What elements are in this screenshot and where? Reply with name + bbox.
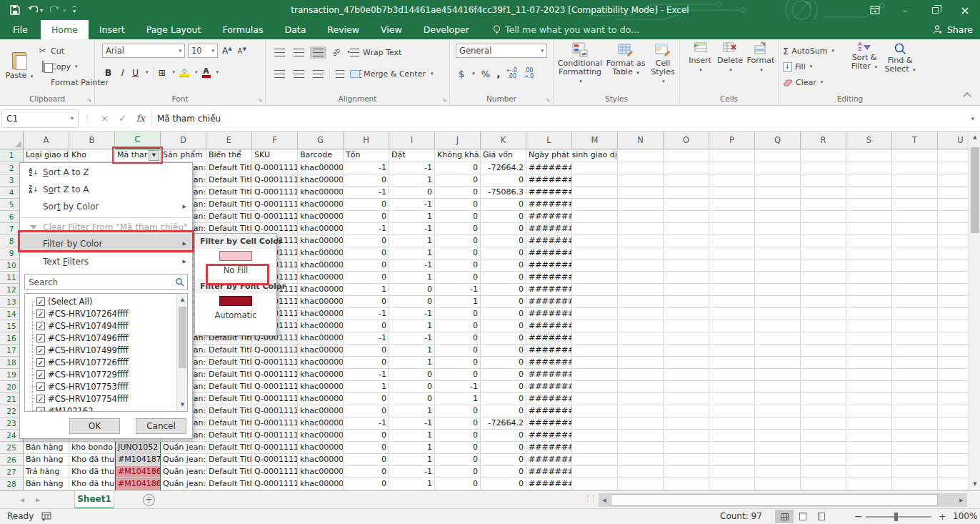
cell-I14[interactable]: -1	[389, 308, 435, 320]
cell-O28[interactable]	[664, 478, 709, 490]
cell-E21[interactable]: Default Titl	[206, 393, 252, 405]
cell-U22[interactable]	[938, 405, 969, 417]
cell-O3[interactable]	[664, 174, 709, 187]
cell-T10[interactable]	[892, 259, 938, 272]
vertical-scroll-thumb[interactable]	[971, 147, 979, 233]
list-scroll-thumb[interactable]	[179, 307, 186, 368]
cell-Q19[interactable]	[755, 369, 801, 381]
cell-A25[interactable]: Bán hàng	[24, 442, 69, 454]
number-dialog-launcher[interactable]: ↘	[545, 97, 550, 103]
cell-O14[interactable]	[664, 308, 709, 320]
cell-N14[interactable]	[618, 308, 664, 320]
column-header-E[interactable]: E	[206, 132, 252, 149]
cell-N18[interactable]	[618, 357, 664, 369]
cell-N17[interactable]	[618, 345, 664, 357]
row-header-25[interactable]: 25	[0, 442, 24, 454]
cell-H3[interactable]: 0	[344, 174, 389, 187]
cell-I23[interactable]: -1	[389, 417, 435, 430]
cell-N8[interactable]	[618, 235, 664, 247]
cell-K19[interactable]: 0	[481, 369, 526, 381]
cell-J20[interactable]: -1	[435, 381, 481, 393]
cell-J7[interactable]: 0	[435, 223, 481, 235]
cell-O8[interactable]	[664, 235, 709, 247]
cell-E1[interactable]: Biến thể	[206, 149, 252, 162]
cell-S26[interactable]	[846, 454, 892, 466]
cell-F27[interactable]: Q-0001111	[252, 466, 298, 478]
percent-format-icon[interactable]: %	[481, 69, 490, 79]
cell-G23[interactable]: khac00000	[298, 417, 344, 430]
cell-O9[interactable]	[664, 247, 709, 259]
cell-C27[interactable]: #M104186	[115, 466, 161, 478]
cell-U3[interactable]	[938, 174, 969, 187]
cell-S8[interactable]	[846, 235, 892, 247]
cell-S4[interactable]	[846, 187, 892, 199]
cell-E25[interactable]: Default Titl	[206, 442, 252, 454]
accounting-format-icon[interactable]: $	[459, 69, 464, 79]
cell-M22[interactable]	[572, 405, 618, 417]
column-header-I[interactable]: I	[389, 132, 435, 149]
cell-R3[interactable]	[801, 174, 846, 187]
cell-P20[interactable]	[709, 381, 755, 393]
cell-S21[interactable]	[846, 393, 892, 405]
list-scroll-down-icon[interactable]: ▼	[177, 399, 188, 411]
cell-Q26[interactable]	[755, 454, 801, 466]
cell-M8[interactable]	[572, 235, 618, 247]
cell-M19[interactable]	[572, 369, 618, 381]
zoom-slider-track[interactable]	[866, 516, 931, 518]
next-sheet-icon[interactable]: ▶	[31, 491, 44, 509]
filter-value-option[interactable]: ✓#CS-HRV107494ffff	[28, 320, 176, 332]
cell-N12[interactable]	[618, 284, 664, 296]
cell-Q10[interactable]	[755, 259, 801, 272]
menu-item-sort-a-to-z[interactable]: AZ↓Sort A to Z	[20, 164, 192, 181]
cell-O23[interactable]	[664, 417, 709, 430]
cell-A27[interactable]: Trả hàng	[24, 466, 69, 478]
checked-checkbox-icon[interactable]: ✓	[36, 297, 45, 306]
cell-G27[interactable]: khac00000	[298, 466, 344, 478]
cell-P13[interactable]	[709, 296, 755, 308]
cell-F5[interactable]: Q-0001111	[252, 199, 298, 211]
scroll-up-icon[interactable]: ▲	[969, 132, 980, 144]
cell-U12[interactable]	[938, 284, 969, 296]
cell-E28[interactable]: Default Titl	[206, 478, 252, 490]
cell-I19[interactable]: 0	[389, 369, 435, 381]
automatic-option[interactable]: Automatic	[195, 307, 276, 324]
cell-O10[interactable]	[664, 259, 709, 272]
cell-T28[interactable]	[892, 478, 938, 490]
cell-P26[interactable]	[709, 454, 755, 466]
cell-J12[interactable]: -1	[435, 284, 481, 296]
cell-E6[interactable]: Default Titl	[206, 211, 252, 223]
cell-F23[interactable]: Q-0001111	[252, 417, 298, 430]
cell-N27[interactable]	[618, 466, 664, 478]
cell-Q3[interactable]	[755, 174, 801, 187]
decrease-decimal-icon[interactable]: .00→.0	[524, 68, 534, 79]
cell-K8[interactable]: 0	[481, 235, 526, 247]
menu-item-clear-filter-from-m-tham-chiu[interactable]: Clear Filter From "Mã tham chiếu"	[20, 220, 192, 234]
cell-K27[interactable]: 0	[481, 466, 526, 478]
cell-Q1[interactable]	[755, 149, 801, 162]
cell-L11[interactable]: ########	[526, 272, 572, 284]
cell-O12[interactable]	[664, 284, 709, 296]
cell-T15[interactable]	[892, 320, 938, 332]
cell-Q24[interactable]	[755, 430, 801, 442]
confirm-entry-icon[interactable]: ✓	[119, 113, 126, 124]
cell-Q17[interactable]	[755, 345, 801, 357]
cell-L6[interactable]: ########	[526, 211, 572, 223]
cell-H15[interactable]: 0	[344, 320, 389, 332]
cell-U11[interactable]	[938, 272, 969, 284]
cell-H10[interactable]: 0	[344, 259, 389, 272]
tab-insert[interactable]: Insert	[89, 20, 136, 39]
font-size-combo[interactable]: 10▾	[188, 44, 218, 58]
cell-H6[interactable]: 0	[344, 211, 389, 223]
cell-L2[interactable]: ########	[526, 162, 572, 174]
cell-L17[interactable]: ########	[526, 345, 572, 357]
cell-S24[interactable]	[846, 430, 892, 442]
cell-R2[interactable]	[801, 162, 846, 174]
cell-R1[interactable]	[801, 149, 846, 162]
cell-M16[interactable]	[572, 332, 618, 345]
zoom-level-label[interactable]: 100%	[953, 509, 977, 524]
cell-J28[interactable]: 0	[435, 478, 481, 490]
cell-A1[interactable]: Loại giao d	[24, 149, 69, 162]
align-top-icon[interactable]	[271, 46, 288, 59]
cell-L28[interactable]: ########	[526, 478, 572, 490]
insert-function-icon[interactable]: fx	[136, 113, 145, 124]
